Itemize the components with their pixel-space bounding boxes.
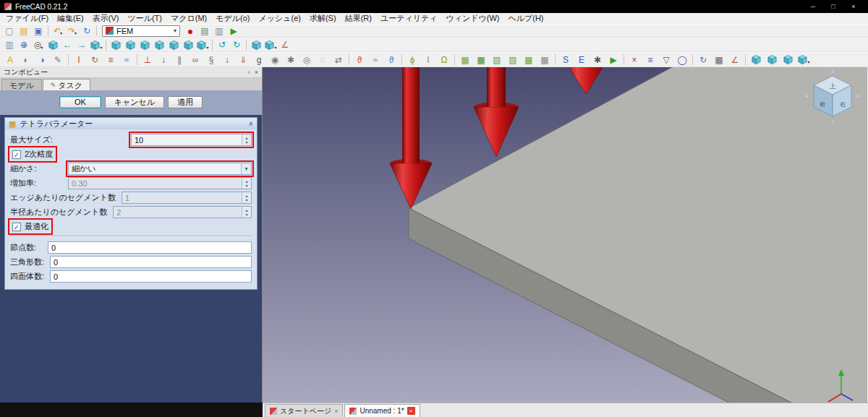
- rotate-left-icon[interactable]: ↺: [215, 39, 229, 51]
- fem-mesh-boundary-layer-icon[interactable]: ▩: [521, 53, 537, 66]
- fem-post-warp-icon[interactable]: ▽: [658, 53, 674, 66]
- segments-per-radius-input[interactable]: 2 ▴▾: [113, 206, 252, 218]
- fem-material-solid-icon[interactable]: ◐: [18, 53, 34, 66]
- fem-constraint-pulley-icon[interactable]: ◎: [299, 53, 315, 66]
- view-left-icon[interactable]: [181, 39, 195, 51]
- fem-shell-thickness-icon[interactable]: ≡: [103, 53, 119, 66]
- fem-solver-elmer-icon[interactable]: E: [574, 53, 590, 66]
- menu-model[interactable]: モデル(o): [211, 13, 254, 24]
- fem-constraint-spring-icon[interactable]: §: [203, 53, 219, 66]
- fem-post-pipeline-icon[interactable]: ≡: [642, 53, 658, 66]
- view-cube-a-icon[interactable]: [748, 53, 764, 66]
- view-cube-d-icon[interactable]: ▾: [796, 53, 812, 66]
- fem-constraint-contact-icon[interactable]: ∥: [171, 53, 187, 66]
- fem-constraint-magnetization-icon[interactable]: Ω: [436, 53, 452, 66]
- fem-constraint-displacement-icon[interactable]: ↓: [156, 53, 171, 66]
- refresh-icon[interactable]: ↻: [80, 25, 94, 37]
- view-cube-c-icon[interactable]: [780, 53, 796, 66]
- rotate-right-icon[interactable]: ↻: [229, 39, 244, 51]
- fem-beam-section-icon[interactable]: I: [71, 53, 87, 66]
- fem-constraint-bearing-icon[interactable]: ◉: [267, 53, 283, 66]
- fem-solver-calculix-icon[interactable]: S: [558, 53, 574, 66]
- close-button[interactable]: ×: [843, 3, 864, 10]
- nav-forward-icon[interactable]: →: [75, 39, 89, 51]
- maximize-button[interactable]: □: [823, 3, 843, 10]
- fem-constraint-gear-icon[interactable]: ✱: [283, 53, 299, 66]
- view-dock-icon[interactable]: ▾: [263, 39, 278, 51]
- fem-beam-rotation-icon[interactable]: ↻: [87, 53, 103, 66]
- fem-analysis-icon[interactable]: A: [2, 53, 18, 66]
- fem-constraint-initial-temperature-icon[interactable]: ϑ: [383, 53, 399, 66]
- second-order-checkbox[interactable]: ✓ 2次精度: [10, 148, 55, 160]
- navcube-up-arrow-icon[interactable]: ▲: [830, 69, 835, 74]
- nav-back-icon[interactable]: ←: [60, 39, 75, 51]
- menu-view[interactable]: 表示(V): [88, 13, 124, 24]
- save-file-icon[interactable]: ▣: [31, 25, 46, 37]
- view-top-icon[interactable]: [123, 39, 137, 51]
- tab-task[interactable]: ✎タスク: [43, 79, 90, 90]
- macro-execute-icon[interactable]: ▶: [226, 25, 241, 37]
- fem-constraint-plane-rotation-icon[interactable]: ◌: [315, 53, 331, 66]
- fineness-dropdown[interactable]: 細かい ▾: [68, 163, 252, 175]
- view-fit-selection-icon[interactable]: ▾: [89, 39, 103, 51]
- fem-mesh-display-icon[interactable]: ▦: [537, 53, 553, 66]
- segments-per-edge-input[interactable]: 1 ▴▾: [122, 192, 252, 204]
- fem-constraint-heatflux-icon[interactable]: ≈: [367, 53, 383, 66]
- view-bottom-icon[interactable]: [166, 39, 181, 51]
- collapse-section-icon[interactable]: ∧: [248, 120, 253, 127]
- view-axonometric-icon[interactable]: ▾: [195, 39, 210, 51]
- menu-results[interactable]: 結果(R): [341, 13, 376, 24]
- menu-help[interactable]: ヘルプ(H): [503, 13, 548, 24]
- grid-toggle-icon[interactable]: ▦: [711, 53, 727, 66]
- menu-macro[interactable]: マクロ(M): [166, 13, 211, 24]
- draw-style-icon[interactable]: ◎▾: [31, 39, 46, 51]
- fem-constraint-temperature-icon[interactable]: ϑ: [352, 53, 367, 66]
- view-rear-icon[interactable]: [152, 39, 166, 51]
- view-section-icon[interactable]: [249, 39, 263, 51]
- 3d-viewport[interactable]: ▲ ◄ ► ▼ 上 前 右: [263, 67, 868, 403]
- max-size-input[interactable]: 10 ▴▾: [131, 134, 252, 146]
- fem-material-fluid-icon[interactable]: ◑: [34, 53, 50, 66]
- float-panel-icon[interactable]: ▫: [248, 69, 250, 76]
- fem-mesh-region-icon[interactable]: ▧: [489, 53, 505, 66]
- growth-rate-input[interactable]: 0.30 ▴▾: [68, 177, 252, 189]
- fem-constraint-current-icon[interactable]: I: [420, 53, 436, 66]
- fem-mesh-group-icon[interactable]: ▨: [505, 53, 521, 66]
- ok-button[interactable]: OK: [59, 96, 101, 108]
- fem-results-purge-icon[interactable]: ×: [626, 53, 642, 66]
- cancel-button[interactable]: キャンセル: [105, 96, 164, 108]
- apply-button[interactable]: 適用: [168, 96, 203, 108]
- fem-constraint-pressure-icon[interactable]: ⇓: [235, 53, 251, 66]
- fem-material-editor-icon[interactable]: ✎: [50, 53, 66, 66]
- fem-solver-control-icon[interactable]: ✱: [590, 53, 605, 66]
- view-front-icon[interactable]: [109, 39, 123, 51]
- menu-solve[interactable]: 求解(S): [305, 13, 341, 24]
- refresh-view-icon[interactable]: ↻: [695, 53, 711, 66]
- view-right-icon[interactable]: [137, 39, 152, 51]
- open-folder-icon[interactable]: ▤: [17, 25, 31, 37]
- view-cube-b-icon[interactable]: [764, 53, 780, 66]
- measure-distance-icon[interactable]: ∠: [278, 39, 292, 51]
- view-isometric-icon[interactable]: [46, 39, 60, 51]
- macro-dialog-icon[interactable]: ▤: [197, 25, 212, 37]
- menu-tools[interactable]: ツール(T): [123, 13, 166, 24]
- macro-debug-icon[interactable]: ▥: [212, 25, 226, 37]
- navcube-left-arrow-icon[interactable]: ◄: [804, 93, 809, 98]
- fem-constraint-selfweight-icon[interactable]: g: [251, 53, 267, 66]
- macro-record-icon[interactable]: ●: [183, 25, 197, 37]
- minimize-button[interactable]: ─: [803, 3, 823, 10]
- menu-utilities[interactable]: ユーティリティ: [376, 13, 442, 24]
- close-tab-icon[interactable]: ×: [407, 407, 415, 415]
- fem-solver-run-icon[interactable]: ▶: [605, 53, 621, 66]
- spinner-arrows-icon[interactable]: ▴▾: [242, 134, 251, 145]
- workbench-selector[interactable]: FEM ▾: [102, 25, 180, 37]
- menu-file[interactable]: ファイル(F): [1, 13, 53, 24]
- fem-constraint-transform-icon[interactable]: ⇄: [331, 53, 346, 66]
- navcube-down-arrow-icon[interactable]: ▼: [830, 119, 835, 124]
- close-panel-icon[interactable]: ×: [255, 69, 258, 76]
- fem-post-clip-icon[interactable]: ◯: [674, 53, 690, 66]
- tab-model[interactable]: モデル: [1, 79, 42, 90]
- tab-unnamed-document[interactable]: Unnamed : 1* ×: [344, 404, 420, 417]
- close-tab-icon[interactable]: ×: [334, 408, 338, 415]
- fem-constraint-electrostatic-icon[interactable]: ϕ: [404, 53, 420, 66]
